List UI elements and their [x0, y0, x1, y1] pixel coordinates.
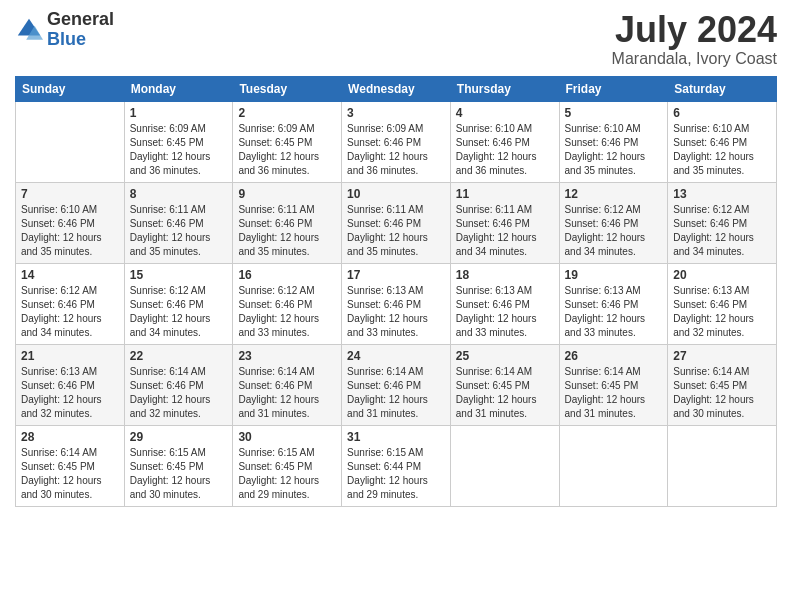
- title-location: Marandala, Ivory Coast: [612, 50, 777, 68]
- day-info: Sunrise: 6:12 AMSunset: 6:46 PMDaylight:…: [21, 284, 119, 340]
- title-block: July 2024 Marandala, Ivory Coast: [612, 10, 777, 68]
- day-number: 7: [21, 187, 119, 201]
- day-number: 30: [238, 430, 336, 444]
- day-number: 28: [21, 430, 119, 444]
- calendar-cell: 28Sunrise: 6:14 AMSunset: 6:45 PMDayligh…: [16, 425, 125, 506]
- day-info: Sunrise: 6:11 AMSunset: 6:46 PMDaylight:…: [238, 203, 336, 259]
- day-info: Sunrise: 6:14 AMSunset: 6:45 PMDaylight:…: [565, 365, 663, 421]
- calendar-cell: 17Sunrise: 6:13 AMSunset: 6:46 PMDayligh…: [342, 263, 451, 344]
- day-number: 12: [565, 187, 663, 201]
- header-wednesday: Wednesday: [342, 76, 451, 101]
- week-row-3: 14Sunrise: 6:12 AMSunset: 6:46 PMDayligh…: [16, 263, 777, 344]
- day-info: Sunrise: 6:11 AMSunset: 6:46 PMDaylight:…: [130, 203, 228, 259]
- day-info: Sunrise: 6:13 AMSunset: 6:46 PMDaylight:…: [565, 284, 663, 340]
- calendar-cell: 25Sunrise: 6:14 AMSunset: 6:45 PMDayligh…: [450, 344, 559, 425]
- day-number: 20: [673, 268, 771, 282]
- week-row-1: 1Sunrise: 6:09 AMSunset: 6:45 PMDaylight…: [16, 101, 777, 182]
- logo: General Blue: [15, 10, 114, 50]
- header-friday: Friday: [559, 76, 668, 101]
- day-number: 10: [347, 187, 445, 201]
- calendar-cell: 24Sunrise: 6:14 AMSunset: 6:46 PMDayligh…: [342, 344, 451, 425]
- logo-icon: [15, 16, 43, 44]
- calendar-cell: 13Sunrise: 6:12 AMSunset: 6:46 PMDayligh…: [668, 182, 777, 263]
- header-sunday: Sunday: [16, 76, 125, 101]
- calendar-cell: 10Sunrise: 6:11 AMSunset: 6:46 PMDayligh…: [342, 182, 451, 263]
- day-info: Sunrise: 6:14 AMSunset: 6:46 PMDaylight:…: [347, 365, 445, 421]
- day-info: Sunrise: 6:12 AMSunset: 6:46 PMDaylight:…: [565, 203, 663, 259]
- day-info: Sunrise: 6:14 AMSunset: 6:46 PMDaylight:…: [130, 365, 228, 421]
- day-info: Sunrise: 6:15 AMSunset: 6:44 PMDaylight:…: [347, 446, 445, 502]
- day-number: 4: [456, 106, 554, 120]
- day-info: Sunrise: 6:09 AMSunset: 6:45 PMDaylight:…: [130, 122, 228, 178]
- day-info: Sunrise: 6:12 AMSunset: 6:46 PMDaylight:…: [130, 284, 228, 340]
- day-number: 1: [130, 106, 228, 120]
- calendar-cell: 18Sunrise: 6:13 AMSunset: 6:46 PMDayligh…: [450, 263, 559, 344]
- day-info: Sunrise: 6:12 AMSunset: 6:46 PMDaylight:…: [673, 203, 771, 259]
- day-number: 13: [673, 187, 771, 201]
- calendar-cell: [559, 425, 668, 506]
- day-info: Sunrise: 6:14 AMSunset: 6:45 PMDaylight:…: [456, 365, 554, 421]
- day-number: 17: [347, 268, 445, 282]
- day-number: 21: [21, 349, 119, 363]
- calendar-cell: 30Sunrise: 6:15 AMSunset: 6:45 PMDayligh…: [233, 425, 342, 506]
- day-info: Sunrise: 6:12 AMSunset: 6:46 PMDaylight:…: [238, 284, 336, 340]
- page: General Blue July 2024 Marandala, Ivory …: [0, 0, 792, 612]
- header-saturday: Saturday: [668, 76, 777, 101]
- header-monday: Monday: [124, 76, 233, 101]
- day-number: 29: [130, 430, 228, 444]
- day-number: 8: [130, 187, 228, 201]
- day-number: 27: [673, 349, 771, 363]
- calendar-cell: 26Sunrise: 6:14 AMSunset: 6:45 PMDayligh…: [559, 344, 668, 425]
- calendar-cell: 22Sunrise: 6:14 AMSunset: 6:46 PMDayligh…: [124, 344, 233, 425]
- calendar-cell: 20Sunrise: 6:13 AMSunset: 6:46 PMDayligh…: [668, 263, 777, 344]
- calendar-cell: 11Sunrise: 6:11 AMSunset: 6:46 PMDayligh…: [450, 182, 559, 263]
- day-info: Sunrise: 6:13 AMSunset: 6:46 PMDaylight:…: [673, 284, 771, 340]
- day-info: Sunrise: 6:09 AMSunset: 6:45 PMDaylight:…: [238, 122, 336, 178]
- calendar-cell: 29Sunrise: 6:15 AMSunset: 6:45 PMDayligh…: [124, 425, 233, 506]
- calendar-table: Sunday Monday Tuesday Wednesday Thursday…: [15, 76, 777, 507]
- day-number: 15: [130, 268, 228, 282]
- day-number: 14: [21, 268, 119, 282]
- calendar-cell: 19Sunrise: 6:13 AMSunset: 6:46 PMDayligh…: [559, 263, 668, 344]
- calendar-cell: 6Sunrise: 6:10 AMSunset: 6:46 PMDaylight…: [668, 101, 777, 182]
- day-number: 26: [565, 349, 663, 363]
- day-info: Sunrise: 6:10 AMSunset: 6:46 PMDaylight:…: [21, 203, 119, 259]
- day-number: 25: [456, 349, 554, 363]
- logo-text: General Blue: [47, 10, 114, 50]
- day-info: Sunrise: 6:10 AMSunset: 6:46 PMDaylight:…: [565, 122, 663, 178]
- day-number: 9: [238, 187, 336, 201]
- week-row-2: 7Sunrise: 6:10 AMSunset: 6:46 PMDaylight…: [16, 182, 777, 263]
- calendar-cell: 2Sunrise: 6:09 AMSunset: 6:45 PMDaylight…: [233, 101, 342, 182]
- title-month: July 2024: [612, 10, 777, 50]
- calendar-cell: 21Sunrise: 6:13 AMSunset: 6:46 PMDayligh…: [16, 344, 125, 425]
- calendar-cell: [450, 425, 559, 506]
- day-number: 6: [673, 106, 771, 120]
- day-number: 22: [130, 349, 228, 363]
- calendar-cell: 3Sunrise: 6:09 AMSunset: 6:46 PMDaylight…: [342, 101, 451, 182]
- calendar-cell: 7Sunrise: 6:10 AMSunset: 6:46 PMDaylight…: [16, 182, 125, 263]
- calendar-cell: 14Sunrise: 6:12 AMSunset: 6:46 PMDayligh…: [16, 263, 125, 344]
- day-info: Sunrise: 6:14 AMSunset: 6:45 PMDaylight:…: [673, 365, 771, 421]
- calendar-cell: 1Sunrise: 6:09 AMSunset: 6:45 PMDaylight…: [124, 101, 233, 182]
- calendar-cell: 12Sunrise: 6:12 AMSunset: 6:46 PMDayligh…: [559, 182, 668, 263]
- calendar-cell: 31Sunrise: 6:15 AMSunset: 6:44 PMDayligh…: [342, 425, 451, 506]
- header: General Blue July 2024 Marandala, Ivory …: [15, 10, 777, 68]
- calendar-cell: [668, 425, 777, 506]
- day-number: 3: [347, 106, 445, 120]
- day-number: 23: [238, 349, 336, 363]
- calendar-cell: 15Sunrise: 6:12 AMSunset: 6:46 PMDayligh…: [124, 263, 233, 344]
- day-info: Sunrise: 6:15 AMSunset: 6:45 PMDaylight:…: [130, 446, 228, 502]
- day-number: 31: [347, 430, 445, 444]
- day-number: 18: [456, 268, 554, 282]
- calendar-cell: 27Sunrise: 6:14 AMSunset: 6:45 PMDayligh…: [668, 344, 777, 425]
- day-info: Sunrise: 6:10 AMSunset: 6:46 PMDaylight:…: [673, 122, 771, 178]
- calendar-cell: 5Sunrise: 6:10 AMSunset: 6:46 PMDaylight…: [559, 101, 668, 182]
- day-number: 19: [565, 268, 663, 282]
- logo-general-text: General: [47, 10, 114, 30]
- day-info: Sunrise: 6:14 AMSunset: 6:45 PMDaylight:…: [21, 446, 119, 502]
- day-number: 11: [456, 187, 554, 201]
- day-info: Sunrise: 6:10 AMSunset: 6:46 PMDaylight:…: [456, 122, 554, 178]
- calendar-cell: 23Sunrise: 6:14 AMSunset: 6:46 PMDayligh…: [233, 344, 342, 425]
- day-number: 5: [565, 106, 663, 120]
- day-info: Sunrise: 6:09 AMSunset: 6:46 PMDaylight:…: [347, 122, 445, 178]
